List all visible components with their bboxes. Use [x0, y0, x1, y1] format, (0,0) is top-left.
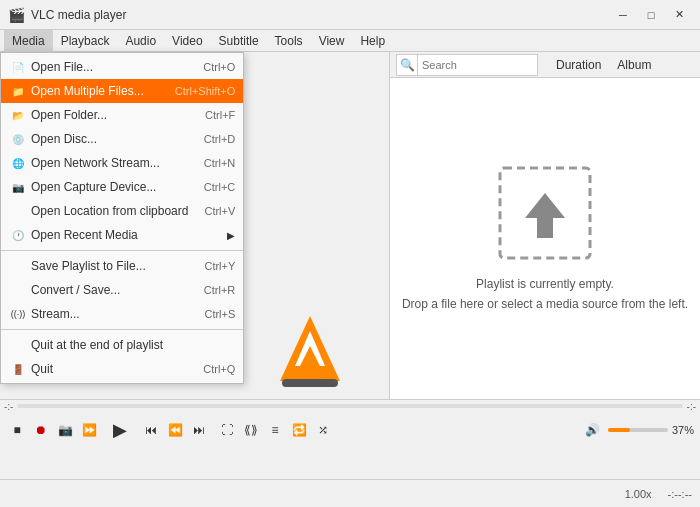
stop-button[interactable]: ■: [6, 419, 28, 441]
playlist-header: 🔍 Duration Album: [390, 52, 700, 78]
search-input[interactable]: [418, 54, 538, 76]
side-panel: [230, 52, 390, 399]
playlist-content: Playlist is currently empty. Drop a file…: [390, 78, 700, 399]
menu-open-folder[interactable]: 📂 Open Folder... Ctrl+F: [1, 103, 243, 127]
mute-button[interactable]: 🔊: [582, 419, 604, 441]
volume-slider[interactable]: [608, 428, 668, 432]
open-network-label: Open Network Stream...: [31, 156, 188, 170]
menu-view[interactable]: View: [311, 30, 353, 52]
menu-open-clipboard[interactable]: Open Location from clipboard Ctrl+V: [1, 199, 243, 223]
convert-save-shortcut: Ctrl+R: [204, 284, 235, 296]
open-file-shortcut: Ctrl+O: [203, 61, 235, 73]
player-bottom: -:- -:- ■ ⏺ 📷 ⏩ ▶ ⏮ ⏪ ⏭ ⛶ ⟪⟫ ≡ 🔁 ⤮ 🔊 37%: [0, 399, 700, 479]
menu-open-file[interactable]: 📄 Open File... Ctrl+O: [1, 55, 243, 79]
status-bar: 1.00x -:--:--: [0, 479, 700, 507]
media-dropdown: 📄 Open File... Ctrl+O 📁 Open Multiple Fi…: [0, 52, 244, 384]
open-network-icon: 🌐: [9, 155, 27, 171]
menu-convert-save[interactable]: Convert / Save... Ctrl+R: [1, 278, 243, 302]
player-controls-row: ■ ⏺ 📷 ⏩ ▶ ⏮ ⏪ ⏭ ⛶ ⟪⟫ ≡ 🔁 ⤮ 🔊 37%: [0, 412, 700, 448]
skip-back-button[interactable]: ⏪: [164, 419, 186, 441]
playback-speed: 1.00x: [625, 488, 652, 500]
vlc-logo-area: [230, 52, 389, 399]
menu-quit[interactable]: 🚪 Quit Ctrl+Q: [1, 357, 243, 381]
recent-media-icon: 🕐: [9, 227, 27, 243]
separator-2: [1, 329, 243, 330]
save-playlist-label: Save Playlist to File...: [31, 259, 188, 273]
menu-playback[interactable]: Playback: [53, 30, 118, 52]
menu-save-playlist[interactable]: Save Playlist to File... Ctrl+Y: [1, 254, 243, 278]
menu-open-capture[interactable]: 📷 Open Capture Device... Ctrl+C: [1, 175, 243, 199]
record-button[interactable]: ⏺: [30, 419, 52, 441]
svg-rect-3: [282, 379, 338, 387]
menu-subtitle[interactable]: Subtitle: [211, 30, 267, 52]
stream-label: Stream...: [31, 307, 188, 321]
menu-open-multiple-files[interactable]: 📁 Open Multiple Files... Ctrl+Shift+O: [1, 79, 243, 103]
menu-open-network[interactable]: 🌐 Open Network Stream... Ctrl+N: [1, 151, 243, 175]
quit-shortcut: Ctrl+Q: [203, 363, 235, 375]
open-folder-label: Open Folder...: [31, 108, 189, 122]
open-file-label: Open File...: [31, 60, 187, 74]
open-capture-shortcut: Ctrl+C: [204, 181, 235, 193]
menu-recent-media[interactable]: 🕐 Open Recent Media ▶: [1, 223, 243, 247]
duration-column-header: Duration: [548, 58, 609, 72]
stream-icon: ((·)): [9, 306, 27, 322]
fullscreen-button[interactable]: ⛶: [216, 419, 238, 441]
open-clipboard-label: Open Location from clipboard: [31, 204, 188, 218]
open-folder-shortcut: Ctrl+F: [205, 109, 235, 121]
convert-save-icon: [9, 282, 27, 298]
menu-open-disc[interactable]: 💿 Open Disc... Ctrl+D: [1, 127, 243, 151]
menu-stream[interactable]: ((·)) Stream... Ctrl+S: [1, 302, 243, 326]
main-area: 📄 Open File... Ctrl+O 📁 Open Multiple Fi…: [0, 52, 700, 399]
quit-end-icon: [9, 337, 27, 353]
open-clipboard-icon: [9, 203, 27, 219]
open-multiple-shortcut: Ctrl+Shift+O: [175, 85, 236, 97]
loop-button[interactable]: 🔁: [288, 419, 310, 441]
next-button[interactable]: ⏭: [188, 419, 210, 441]
extended-button[interactable]: ⟪⟫: [240, 419, 262, 441]
menu-video[interactable]: Video: [164, 30, 210, 52]
time-start: -:-: [4, 401, 13, 412]
open-disc-label: Open Disc...: [31, 132, 188, 146]
title-bar: 🎬 VLC media player ─ □ ✕: [0, 0, 700, 30]
open-capture-icon: 📷: [9, 179, 27, 195]
skip-forward-button[interactable]: ⏩: [78, 419, 100, 441]
menu-help[interactable]: Help: [352, 30, 393, 52]
svg-marker-5: [525, 193, 565, 238]
recent-media-label: Open Recent Media: [31, 228, 203, 242]
open-multiple-icon: 📁: [9, 83, 27, 99]
maximize-button[interactable]: □: [638, 5, 664, 25]
dropdown-menu: 📄 Open File... Ctrl+O 📁 Open Multiple Fi…: [0, 52, 244, 384]
menu-tools[interactable]: Tools: [267, 30, 311, 52]
menu-media[interactable]: Media: [4, 30, 53, 52]
quit-icon: 🚪: [9, 361, 27, 377]
progress-bar-area: -:- -:-: [0, 400, 700, 412]
submenu-arrow-icon: ▶: [227, 230, 235, 241]
prev-button[interactable]: ⏮: [140, 419, 162, 441]
app-icon: 🎬: [8, 7, 25, 23]
drop-here-icon: [495, 163, 595, 263]
stream-shortcut: Ctrl+S: [204, 308, 235, 320]
open-disc-icon: 💿: [9, 131, 27, 147]
window-title: VLC media player: [31, 8, 610, 22]
snapshot-button[interactable]: 📷: [54, 419, 76, 441]
menu-bar: Media Playback Audio Video Subtitle Tool…: [0, 30, 700, 52]
playlist-button[interactable]: ≡: [264, 419, 286, 441]
progress-track[interactable]: [17, 404, 682, 408]
status-right: 1.00x -:--:--: [625, 488, 692, 500]
playlist-area: 🔍 Duration Album Playlist is currently e…: [390, 52, 700, 399]
menu-audio[interactable]: Audio: [117, 30, 164, 52]
volume-percentage: 37%: [672, 424, 694, 436]
time-end: -:-: [687, 401, 696, 412]
open-network-shortcut: Ctrl+N: [204, 157, 235, 169]
open-file-icon: 📄: [9, 59, 27, 75]
minimize-button[interactable]: ─: [610, 5, 636, 25]
close-button[interactable]: ✕: [666, 5, 692, 25]
random-button[interactable]: ⤮: [312, 419, 334, 441]
play-button[interactable]: ▶: [106, 416, 134, 444]
save-playlist-shortcut: Ctrl+Y: [204, 260, 235, 272]
menu-quit-end[interactable]: Quit at the end of playlist: [1, 333, 243, 357]
playlist-empty-message: Playlist is currently empty. Drop a file…: [402, 275, 688, 313]
open-capture-label: Open Capture Device...: [31, 180, 188, 194]
convert-save-label: Convert / Save...: [31, 283, 188, 297]
search-icon-button[interactable]: 🔍: [396, 54, 418, 76]
